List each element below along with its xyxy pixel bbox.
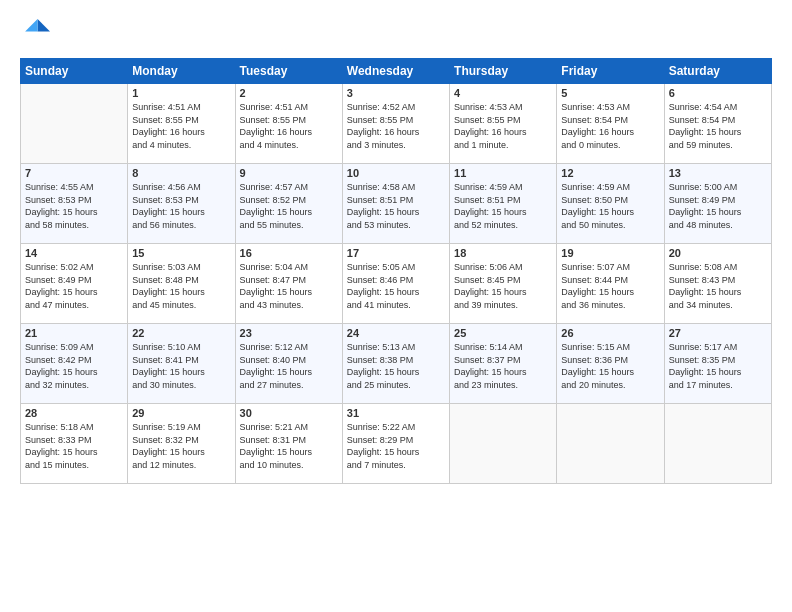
- calendar-cell: 11Sunrise: 4:59 AM Sunset: 8:51 PM Dayli…: [450, 164, 557, 244]
- logo-icon: [22, 16, 50, 44]
- calendar-cell: 19Sunrise: 5:07 AM Sunset: 8:44 PM Dayli…: [557, 244, 664, 324]
- day-number: 23: [240, 327, 338, 339]
- calendar-cell: 6Sunrise: 4:54 AM Sunset: 8:54 PM Daylig…: [664, 84, 771, 164]
- calendar-cell: 16Sunrise: 5:04 AM Sunset: 8:47 PM Dayli…: [235, 244, 342, 324]
- day-info: Sunrise: 5:04 AM Sunset: 8:47 PM Dayligh…: [240, 261, 338, 311]
- day-info: Sunrise: 4:53 AM Sunset: 8:55 PM Dayligh…: [454, 101, 552, 151]
- weekday-header: Monday: [128, 59, 235, 84]
- day-info: Sunrise: 5:02 AM Sunset: 8:49 PM Dayligh…: [25, 261, 123, 311]
- day-number: 8: [132, 167, 230, 179]
- day-info: Sunrise: 4:51 AM Sunset: 8:55 PM Dayligh…: [132, 101, 230, 151]
- calendar-cell: 29Sunrise: 5:19 AM Sunset: 8:32 PM Dayli…: [128, 404, 235, 484]
- day-info: Sunrise: 5:07 AM Sunset: 8:44 PM Dayligh…: [561, 261, 659, 311]
- day-number: 16: [240, 247, 338, 259]
- calendar-cell: 31Sunrise: 5:22 AM Sunset: 8:29 PM Dayli…: [342, 404, 449, 484]
- logo: [20, 16, 54, 48]
- day-info: Sunrise: 5:08 AM Sunset: 8:43 PM Dayligh…: [669, 261, 767, 311]
- calendar-cell: 8Sunrise: 4:56 AM Sunset: 8:53 PM Daylig…: [128, 164, 235, 244]
- svg-marker-1: [25, 19, 37, 31]
- day-number: 2: [240, 87, 338, 99]
- day-number: 7: [25, 167, 123, 179]
- day-info: Sunrise: 4:56 AM Sunset: 8:53 PM Dayligh…: [132, 181, 230, 231]
- weekday-header: Tuesday: [235, 59, 342, 84]
- day-number: 25: [454, 327, 552, 339]
- header: [20, 16, 772, 48]
- day-number: 20: [669, 247, 767, 259]
- calendar-cell: 2Sunrise: 4:51 AM Sunset: 8:55 PM Daylig…: [235, 84, 342, 164]
- calendar-cell: 12Sunrise: 4:59 AM Sunset: 8:50 PM Dayli…: [557, 164, 664, 244]
- day-number: 1: [132, 87, 230, 99]
- day-info: Sunrise: 4:54 AM Sunset: 8:54 PM Dayligh…: [669, 101, 767, 151]
- day-info: Sunrise: 4:57 AM Sunset: 8:52 PM Dayligh…: [240, 181, 338, 231]
- day-number: 12: [561, 167, 659, 179]
- calendar-cell: 1Sunrise: 4:51 AM Sunset: 8:55 PM Daylig…: [128, 84, 235, 164]
- calendar-cell: 17Sunrise: 5:05 AM Sunset: 8:46 PM Dayli…: [342, 244, 449, 324]
- calendar-week-row: 28Sunrise: 5:18 AM Sunset: 8:33 PM Dayli…: [21, 404, 772, 484]
- day-number: 14: [25, 247, 123, 259]
- calendar-week-row: 7Sunrise: 4:55 AM Sunset: 8:53 PM Daylig…: [21, 164, 772, 244]
- day-number: 13: [669, 167, 767, 179]
- day-number: 17: [347, 247, 445, 259]
- day-number: 4: [454, 87, 552, 99]
- weekday-header: Thursday: [450, 59, 557, 84]
- calendar-week-row: 21Sunrise: 5:09 AM Sunset: 8:42 PM Dayli…: [21, 324, 772, 404]
- calendar-cell: 13Sunrise: 5:00 AM Sunset: 8:49 PM Dayli…: [664, 164, 771, 244]
- day-number: 22: [132, 327, 230, 339]
- day-info: Sunrise: 4:55 AM Sunset: 8:53 PM Dayligh…: [25, 181, 123, 231]
- day-info: Sunrise: 4:59 AM Sunset: 8:51 PM Dayligh…: [454, 181, 552, 231]
- calendar-cell: 30Sunrise: 5:21 AM Sunset: 8:31 PM Dayli…: [235, 404, 342, 484]
- day-info: Sunrise: 4:53 AM Sunset: 8:54 PM Dayligh…: [561, 101, 659, 151]
- calendar-cell: 3Sunrise: 4:52 AM Sunset: 8:55 PM Daylig…: [342, 84, 449, 164]
- day-number: 9: [240, 167, 338, 179]
- page: SundayMondayTuesdayWednesdayThursdayFrid…: [0, 0, 792, 612]
- calendar-cell: 27Sunrise: 5:17 AM Sunset: 8:35 PM Dayli…: [664, 324, 771, 404]
- calendar-cell: 5Sunrise: 4:53 AM Sunset: 8:54 PM Daylig…: [557, 84, 664, 164]
- calendar-cell: 10Sunrise: 4:58 AM Sunset: 8:51 PM Dayli…: [342, 164, 449, 244]
- day-number: 15: [132, 247, 230, 259]
- day-info: Sunrise: 5:03 AM Sunset: 8:48 PM Dayligh…: [132, 261, 230, 311]
- day-number: 11: [454, 167, 552, 179]
- day-info: Sunrise: 5:18 AM Sunset: 8:33 PM Dayligh…: [25, 421, 123, 471]
- day-info: Sunrise: 4:59 AM Sunset: 8:50 PM Dayligh…: [561, 181, 659, 231]
- day-info: Sunrise: 5:17 AM Sunset: 8:35 PM Dayligh…: [669, 341, 767, 391]
- day-info: Sunrise: 5:14 AM Sunset: 8:37 PM Dayligh…: [454, 341, 552, 391]
- calendar-cell: [450, 404, 557, 484]
- day-info: Sunrise: 5:06 AM Sunset: 8:45 PM Dayligh…: [454, 261, 552, 311]
- day-number: 6: [669, 87, 767, 99]
- day-info: Sunrise: 5:15 AM Sunset: 8:36 PM Dayligh…: [561, 341, 659, 391]
- calendar-cell: 4Sunrise: 4:53 AM Sunset: 8:55 PM Daylig…: [450, 84, 557, 164]
- day-info: Sunrise: 5:22 AM Sunset: 8:29 PM Dayligh…: [347, 421, 445, 471]
- calendar-cell: [21, 84, 128, 164]
- weekday-header: Wednesday: [342, 59, 449, 84]
- day-info: Sunrise: 4:51 AM Sunset: 8:55 PM Dayligh…: [240, 101, 338, 151]
- calendar-cell: 15Sunrise: 5:03 AM Sunset: 8:48 PM Dayli…: [128, 244, 235, 324]
- calendar-week-row: 1Sunrise: 4:51 AM Sunset: 8:55 PM Daylig…: [21, 84, 772, 164]
- calendar-cell: 9Sunrise: 4:57 AM Sunset: 8:52 PM Daylig…: [235, 164, 342, 244]
- calendar-cell: 14Sunrise: 5:02 AM Sunset: 8:49 PM Dayli…: [21, 244, 128, 324]
- day-number: 31: [347, 407, 445, 419]
- calendar-week-row: 14Sunrise: 5:02 AM Sunset: 8:49 PM Dayli…: [21, 244, 772, 324]
- day-number: 29: [132, 407, 230, 419]
- day-info: Sunrise: 4:58 AM Sunset: 8:51 PM Dayligh…: [347, 181, 445, 231]
- day-info: Sunrise: 5:10 AM Sunset: 8:41 PM Dayligh…: [132, 341, 230, 391]
- day-number: 24: [347, 327, 445, 339]
- day-number: 18: [454, 247, 552, 259]
- calendar-body: 1Sunrise: 4:51 AM Sunset: 8:55 PM Daylig…: [21, 84, 772, 484]
- day-number: 19: [561, 247, 659, 259]
- weekday-header: Friday: [557, 59, 664, 84]
- day-number: 5: [561, 87, 659, 99]
- calendar-cell: 24Sunrise: 5:13 AM Sunset: 8:38 PM Dayli…: [342, 324, 449, 404]
- day-info: Sunrise: 5:12 AM Sunset: 8:40 PM Dayligh…: [240, 341, 338, 391]
- calendar-cell: 20Sunrise: 5:08 AM Sunset: 8:43 PM Dayli…: [664, 244, 771, 324]
- day-info: Sunrise: 5:05 AM Sunset: 8:46 PM Dayligh…: [347, 261, 445, 311]
- calendar-cell: 21Sunrise: 5:09 AM Sunset: 8:42 PM Dayli…: [21, 324, 128, 404]
- calendar-cell: 18Sunrise: 5:06 AM Sunset: 8:45 PM Dayli…: [450, 244, 557, 324]
- day-info: Sunrise: 5:19 AM Sunset: 8:32 PM Dayligh…: [132, 421, 230, 471]
- calendar-cell: 26Sunrise: 5:15 AM Sunset: 8:36 PM Dayli…: [557, 324, 664, 404]
- day-number: 30: [240, 407, 338, 419]
- calendar-cell: [557, 404, 664, 484]
- day-info: Sunrise: 5:00 AM Sunset: 8:49 PM Dayligh…: [669, 181, 767, 231]
- day-info: Sunrise: 5:13 AM Sunset: 8:38 PM Dayligh…: [347, 341, 445, 391]
- day-number: 27: [669, 327, 767, 339]
- day-number: 10: [347, 167, 445, 179]
